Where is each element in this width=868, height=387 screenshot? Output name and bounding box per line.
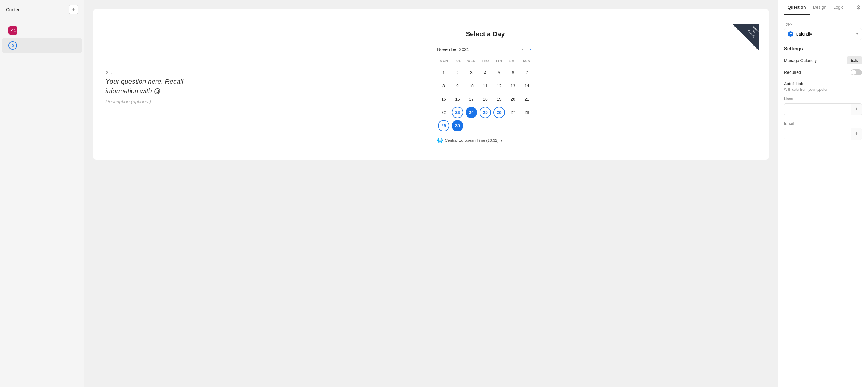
- sidebar-item-2[interactable]: 2: [2, 38, 82, 53]
- day-20: 20: [507, 93, 519, 105]
- required-label: Required: [784, 70, 801, 75]
- settings-title: Settings: [784, 46, 862, 52]
- timezone-selector[interactable]: 🌐 Central European Time (16:32) ▾: [437, 138, 533, 143]
- calendly-badge-text: poweredbyCalendly: [747, 25, 760, 38]
- weekday-tue: TUE: [451, 58, 465, 64]
- panel-content: Type Calendly ▾ Settings Manage Calendly…: [778, 15, 868, 152]
- calendar-month: November 2021: [437, 47, 469, 52]
- edit-button[interactable]: Edit: [847, 56, 862, 64]
- question-card: 2→ Your question here. Recall informatio…: [93, 9, 769, 160]
- tab-logic[interactable]: Logic: [830, 0, 847, 15]
- day-13: 13: [507, 80, 519, 92]
- day-29[interactable]: 29: [438, 120, 450, 131]
- weekday-wed: WED: [464, 58, 478, 64]
- day-empty-1: [466, 120, 477, 131]
- type-value: Calendly: [796, 32, 812, 36]
- day-11: 11: [479, 80, 491, 92]
- weekday-sun: SUN: [520, 58, 533, 64]
- right-panel-header: Question Design Logic ⚙: [778, 0, 868, 15]
- email-section: Email +: [784, 121, 862, 140]
- day-16: 16: [452, 93, 463, 105]
- main-content: 2→ Your question here. Recall informatio…: [84, 0, 778, 387]
- question-arrow: →: [108, 70, 113, 76]
- weekday-thu: THU: [478, 58, 492, 64]
- day-18: 18: [479, 93, 491, 105]
- globe-icon: 🌐: [437, 138, 443, 143]
- autofill-title: Autofill info: [784, 81, 862, 86]
- day-27: 27: [507, 107, 519, 118]
- chevron-down-icon: ▾: [856, 32, 858, 36]
- calendar-days: 1 2 3 4 5 6 7 8 9 10 11 12 13 14 15: [437, 66, 533, 132]
- day-empty-2: [479, 120, 491, 131]
- day-2: 2: [452, 67, 463, 78]
- calendar-section: poweredbyCalendly Select a Day November …: [214, 27, 756, 148]
- day-30[interactable]: 30: [452, 120, 463, 131]
- name-input[interactable]: [784, 104, 851, 115]
- calendly-badge: poweredbyCalendly: [733, 24, 760, 51]
- gear-button[interactable]: ⚙: [855, 3, 862, 12]
- day-19: 19: [493, 93, 505, 105]
- day-25[interactable]: 25: [479, 107, 491, 118]
- question-number: 2→: [105, 70, 202, 76]
- type-select-left: Calendly: [788, 31, 812, 37]
- sidebar-title: Content: [6, 7, 22, 12]
- day-7: 7: [521, 67, 532, 78]
- sidebar-item-1[interactable]: ✓ 1: [2, 23, 82, 38]
- required-toggle[interactable]: [850, 69, 862, 76]
- question-text[interactable]: Your question here. Recall information w…: [105, 77, 202, 96]
- name-section: Name +: [784, 96, 862, 115]
- email-input-row: +: [784, 128, 862, 140]
- day-8: 8: [438, 80, 450, 92]
- weekday-sat: SAT: [506, 58, 520, 64]
- calendar-weekdays: MON TUE WED THU FRI SAT SUN: [437, 58, 533, 64]
- required-row: Required: [784, 69, 862, 76]
- next-month-button[interactable]: ›: [527, 45, 533, 53]
- tab-design[interactable]: Design: [809, 0, 830, 15]
- email-plus-button[interactable]: +: [851, 128, 862, 140]
- autofill-section: Autofill info With data from your typefo…: [784, 81, 862, 92]
- day-3: 3: [466, 67, 477, 78]
- autofill-subtitle: With data from your typeform: [784, 87, 862, 92]
- day-24[interactable]: 24: [466, 107, 477, 118]
- day-empty-3: [493, 120, 505, 131]
- weekday-fri: FRI: [492, 58, 506, 64]
- add-content-button[interactable]: +: [69, 5, 78, 14]
- name-input-row: +: [784, 103, 862, 115]
- calendar-title: Select a Day: [466, 30, 505, 38]
- item-badge-2: 2: [8, 41, 17, 50]
- calendar-widget: November 2021 ‹ › MON TUE WED THU FRI SA…: [437, 45, 533, 143]
- day-21: 21: [521, 93, 532, 105]
- prev-month-button[interactable]: ‹: [519, 45, 526, 53]
- check-icon: ✓: [10, 28, 13, 33]
- day-10: 10: [466, 80, 477, 92]
- day-26[interactable]: 26: [493, 107, 505, 118]
- sidebar: Content + ✓ 1 2: [0, 0, 84, 387]
- item-badge-1: ✓ 1: [8, 26, 18, 35]
- day-5: 5: [493, 67, 505, 78]
- item-number-1: 1: [14, 28, 16, 33]
- settings-section: Settings Manage Calendly Edit Required: [784, 46, 862, 76]
- tab-question[interactable]: Question: [784, 0, 809, 15]
- type-section: Type Calendly ▾: [784, 21, 862, 40]
- name-plus-button[interactable]: +: [851, 104, 862, 115]
- manage-calendly-row: Manage Calendly Edit: [784, 56, 862, 64]
- question-description[interactable]: Description (optional): [105, 99, 202, 105]
- day-15: 15: [438, 93, 450, 105]
- type-select-dropdown[interactable]: Calendly ▾: [784, 28, 862, 40]
- day-empty-4: [507, 120, 519, 131]
- day-1: 1: [438, 67, 450, 78]
- sidebar-items: ✓ 1 2: [0, 19, 84, 57]
- day-empty-5: [521, 120, 532, 131]
- day-14: 14: [521, 80, 532, 92]
- manage-calendly-label: Manage Calendly: [784, 58, 817, 63]
- timezone-text: Central European Time (16:32): [445, 138, 498, 143]
- day-17: 17: [466, 93, 477, 105]
- email-input[interactable]: [784, 129, 851, 140]
- day-23[interactable]: 23: [452, 107, 463, 118]
- day-28: 28: [521, 107, 532, 118]
- day-22: 22: [438, 107, 450, 118]
- calendly-dot-icon: [788, 31, 793, 37]
- day-6: 6: [507, 67, 519, 78]
- question-left: 2→ Your question here. Recall informatio…: [105, 27, 202, 148]
- item-number-2: 2: [11, 43, 13, 48]
